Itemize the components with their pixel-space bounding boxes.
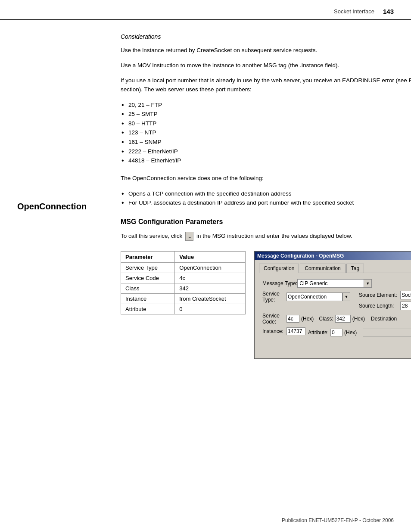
table-cell-value: 4c bbox=[175, 273, 246, 283]
service-type-dropdown-arrow[interactable]: ▼ bbox=[342, 292, 350, 301]
dialog-titlebar: Message Configuration - OpenMSG ✕ bbox=[255, 252, 411, 260]
source-length-input[interactable] bbox=[400, 302, 411, 310]
page-container: Socket Interface 143 OpenConnection Cons… bbox=[0, 0, 411, 532]
param-table: Parameter Value Service Type OpenConnect… bbox=[121, 251, 246, 314]
msg-config-intro-after: in the MSG instruction and enter the val… bbox=[196, 233, 352, 239]
list-item: For UDP, associates a destination IP add… bbox=[121, 198, 411, 208]
page-footer: Publication ENET-UM527E-EN-P - October 2… bbox=[282, 517, 394, 523]
table-row: Instance from CreateSocket bbox=[121, 294, 246, 304]
table-header-value: Value bbox=[175, 252, 246, 263]
source-element-label: Source Element: bbox=[359, 292, 398, 298]
msg-config-intro-before: To call this service, click bbox=[121, 233, 182, 239]
openconnection-section: The OpenConnection service does one of t… bbox=[121, 174, 411, 359]
service-type-select-wrap: OpenConnection ▼ bbox=[286, 292, 350, 301]
table-cell-value: OpenConnection bbox=[175, 263, 246, 273]
footer-text: Publication ENET-UM527E-EN-P - October 2… bbox=[282, 517, 394, 523]
message-config-dialog: Message Configuration - OpenMSG ✕ Config… bbox=[254, 251, 411, 359]
destination-input[interactable] bbox=[363, 329, 411, 336]
source-length-label: Source Length: bbox=[359, 303, 398, 309]
table-row: Service Type OpenConnection bbox=[121, 263, 246, 273]
attribute-hex: (Hex) bbox=[344, 330, 357, 336]
table-cell-param: Class bbox=[121, 283, 175, 294]
list-item: 161 – SNMP bbox=[121, 137, 411, 147]
list-item: 80 – HTTP bbox=[121, 119, 411, 128]
msg-config-intro: To call this service, click ... in the M… bbox=[121, 232, 411, 241]
dialog-title: Message Configuration - OpenMSG bbox=[257, 253, 344, 259]
list-item: Opens a TCP connection with the specifie… bbox=[121, 189, 411, 199]
source-element-value-wrap: SockOpenParams ▼ bbox=[400, 291, 411, 299]
class-input[interactable] bbox=[335, 315, 351, 323]
service-type-label: ServiceType: bbox=[262, 291, 285, 303]
openconnection-bullets: Opens a TCP connection with the specifie… bbox=[121, 189, 411, 208]
table-row: Service Code 4c bbox=[121, 273, 246, 283]
header-title: Socket Interface bbox=[334, 8, 374, 15]
considerations-section: Considerations Use the instance returned… bbox=[121, 33, 411, 165]
msg-type-value[interactable]: CIP Generic bbox=[297, 279, 364, 288]
table-cell-param: Service Code bbox=[121, 273, 175, 283]
list-item: 20, 21 – FTP bbox=[121, 100, 411, 110]
tab-configuration[interactable]: Configuration bbox=[259, 264, 299, 273]
considerations-para-3: If you use a local port number that is a… bbox=[121, 76, 411, 94]
dialog-body: Configuration Communication Tag Message … bbox=[255, 260, 411, 358]
list-item: 2222 – EtherNet/IP bbox=[121, 147, 411, 156]
list-item: 123 – NTP bbox=[121, 128, 411, 137]
instance-row: Instance: bbox=[262, 327, 305, 335]
msg-btn-icon[interactable]: ... bbox=[185, 232, 193, 241]
table-header-param: Parameter bbox=[121, 252, 175, 263]
tab-communication[interactable]: Communication bbox=[300, 264, 345, 273]
source-element-value[interactable]: SockOpenParams bbox=[400, 291, 411, 299]
class-label: Class: bbox=[319, 316, 333, 322]
bottom-section: Parameter Value Service Type OpenConnect… bbox=[121, 247, 411, 359]
attribute-label: Attribute: bbox=[308, 330, 329, 336]
service-code-hex: (Hex) bbox=[301, 316, 314, 322]
instance-label: Instance: bbox=[262, 328, 285, 334]
table-cell-value: 342 bbox=[175, 283, 246, 294]
list-item: 44818 – EtherNet/IP bbox=[121, 156, 411, 165]
table-cell-value: 0 bbox=[175, 304, 246, 314]
attribute-input[interactable] bbox=[330, 329, 342, 336]
dialog-content: Message Type: CIP Generic ▼ bbox=[259, 277, 411, 354]
page-header: Socket Interface 143 bbox=[0, 0, 411, 20]
considerations-heading: Considerations bbox=[121, 33, 411, 40]
class-hex: (Hex) bbox=[352, 316, 365, 322]
service-code-label: ServiceCode: bbox=[262, 313, 285, 325]
page-number: 143 bbox=[383, 8, 394, 15]
table-cell-param: Service Type bbox=[121, 263, 175, 273]
right-column: Considerations Use the instance returned… bbox=[112, 20, 411, 372]
table-cell-param: Instance bbox=[121, 294, 175, 304]
considerations-para-2: Use a MOV instruction to move the instan… bbox=[121, 61, 411, 70]
considerations-para-1: Use the instance returned by CreateSocke… bbox=[121, 46, 411, 55]
main-layout: OpenConnection Considerations Use the in… bbox=[0, 20, 411, 372]
source-length-row: Source Length: ▲ ▼ (Bytes) bbox=[359, 302, 411, 310]
port-numbers-list: 20, 21 – FTP 25 – SMTP 80 – HTTP 123 – N… bbox=[121, 100, 411, 165]
table-cell-param: Attribute bbox=[121, 304, 175, 314]
msg-type-dropdown-arrow[interactable]: ▼ bbox=[364, 279, 372, 288]
table-row: Attribute 0 bbox=[121, 304, 246, 314]
msg-type-label: Message Type: bbox=[262, 280, 297, 286]
dialog-tabs: Configuration Communication Tag bbox=[259, 264, 411, 273]
destination-label: Destination bbox=[371, 316, 397, 322]
service-code-input[interactable] bbox=[286, 315, 299, 323]
service-code-class-row: ServiceCode: (Hex) Class: (Hex) Destinat… bbox=[262, 313, 411, 325]
msg-type-select-wrap: CIP Generic ▼ bbox=[297, 279, 372, 288]
left-column: OpenConnection bbox=[0, 20, 112, 372]
msg-type-row: Message Type: CIP Generic ▼ bbox=[262, 279, 411, 288]
tab-tag[interactable]: Tag bbox=[346, 264, 364, 273]
instance-input[interactable] bbox=[286, 327, 305, 335]
source-element-row: Source Element: SockOpenParams ▼ bbox=[359, 291, 411, 299]
service-type-value[interactable]: OpenConnection bbox=[286, 292, 342, 301]
table-cell-value: from CreateSocket bbox=[175, 294, 246, 304]
table-row: Class 342 bbox=[121, 283, 246, 294]
section-heading-openconnection: OpenConnection bbox=[17, 201, 103, 212]
openconnection-intro: The OpenConnection service does one of t… bbox=[121, 174, 411, 183]
list-item: 25 – SMTP bbox=[121, 109, 411, 119]
service-type-row: ServiceType: OpenConnection ▼ bbox=[262, 291, 350, 303]
msg-config-heading: MSG Configuration Parameters bbox=[121, 218, 411, 226]
